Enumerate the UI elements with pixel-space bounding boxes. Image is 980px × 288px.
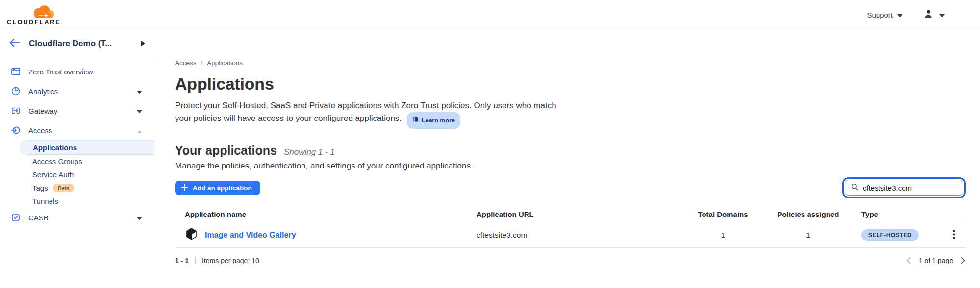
top-header: CLOUDFLARE Support xyxy=(0,0,980,30)
sidebar-item-access[interactable]: Access xyxy=(0,120,155,140)
sidebar: Cloudflare Demo (T... Zero Trust overvie… xyxy=(0,30,155,288)
list-controls: Add an application xyxy=(175,180,966,196)
login-arrow-icon xyxy=(11,125,21,135)
column-application-name: Application name xyxy=(175,210,462,218)
policies-assigned-cell: 1 xyxy=(773,231,843,240)
caret-up-icon xyxy=(137,126,142,135)
sidebar-subitem-label: Applications xyxy=(33,144,77,152)
sidebar-item-label: Access xyxy=(28,126,137,135)
total-domains-cell: 1 xyxy=(673,231,773,240)
user-icon xyxy=(923,9,933,21)
search-input[interactable] xyxy=(863,184,958,192)
add-application-label: Add an application xyxy=(193,184,252,192)
pie-chart-icon xyxy=(11,86,21,96)
sidebar-item-gateway[interactable]: Gateway xyxy=(0,101,155,120)
support-menu-button[interactable]: Support xyxy=(867,11,903,19)
sidebar-item-label: CASB xyxy=(28,214,137,222)
learn-more-link[interactable]: Learn more xyxy=(407,112,460,129)
sidebar-subitem-label: Service Auth xyxy=(32,170,74,179)
triangle-right-icon[interactable] xyxy=(141,39,145,48)
caret-down-icon xyxy=(137,87,142,96)
search-icon xyxy=(851,183,858,192)
plus-icon xyxy=(181,184,188,192)
sidebar-item-applications[interactable]: Applications xyxy=(20,140,155,155)
column-application-url: Application URL xyxy=(462,210,673,218)
account-name: Cloudflare Demo (T... xyxy=(29,39,141,48)
footer-divider xyxy=(195,256,196,265)
sidebar-item-tunnels[interactable]: Tunnels xyxy=(0,194,155,208)
main-content: Access / Applications Applications Prote… xyxy=(155,30,980,288)
sidebar-item-tags[interactable]: Tags Beta xyxy=(0,181,155,194)
gateway-icon xyxy=(11,106,21,116)
cloudflare-cloud-icon xyxy=(7,4,57,19)
section-header: Your applications Showing 1 - 1 xyxy=(175,144,966,158)
section-subtitle: Manage the policies, authentication, and… xyxy=(175,161,966,171)
caret-down-icon xyxy=(897,11,903,19)
breadcrumb-separator: / xyxy=(201,59,203,67)
sidebar-subitem-label: Tags xyxy=(32,184,48,192)
user-menu-button[interactable] xyxy=(923,9,945,21)
next-page-button[interactable] xyxy=(960,256,966,265)
access-subnav: Applications Access Groups Service Auth … xyxy=(0,140,155,208)
sidebar-nav: Zero Trust overview Analytics xyxy=(0,57,155,227)
sidebar-subitem-label: Access Groups xyxy=(32,157,82,166)
learn-more-label: Learn more xyxy=(422,114,455,127)
table-row: Image and Video Gallery cftestsite3.com … xyxy=(175,222,966,248)
section-title: Your applications xyxy=(175,144,277,158)
cube-icon xyxy=(185,227,198,243)
support-label: Support xyxy=(867,11,893,19)
sidebar-subitem-label: Tunnels xyxy=(32,197,58,205)
cloudflare-wordmark: CLOUDFLARE xyxy=(7,19,61,25)
column-policies-assigned: Policies assigned xyxy=(773,210,843,218)
sidebar-item-label: Analytics xyxy=(28,87,137,96)
sidebar-item-label: Gateway xyxy=(28,107,137,115)
table-header-row: Application name Application URL Total D… xyxy=(175,207,966,222)
caret-down-icon xyxy=(137,214,142,222)
column-type: Type xyxy=(843,210,941,218)
arrow-left-icon[interactable] xyxy=(9,38,20,49)
column-total-domains: Total Domains xyxy=(673,210,773,218)
page-title: Applications xyxy=(175,74,966,94)
page-description-text: Protect your Self-Hosted, SaaS and Priva… xyxy=(175,101,556,123)
table-footer: 1 - 1 Items per page: 10 1 of 1 page xyxy=(175,256,966,265)
caret-down-icon xyxy=(939,11,945,20)
type-badge: SELF-HOSTED xyxy=(861,229,919,241)
caret-down-icon xyxy=(137,107,142,115)
sidebar-item-casb[interactable]: CASB xyxy=(0,208,155,227)
page-description: Protect your Self-Hosted, SaaS and Priva… xyxy=(175,99,567,129)
row-menu-button[interactable] xyxy=(949,228,959,242)
account-switcher[interactable]: Cloudflare Demo (T... xyxy=(0,30,155,57)
sidebar-item-label: Zero Trust overview xyxy=(28,68,142,76)
sidebar-item-analytics[interactable]: Analytics xyxy=(0,81,155,101)
book-icon xyxy=(412,114,419,127)
application-name-link[interactable]: Image and Video Gallery xyxy=(205,231,296,240)
row-range: 1 - 1 xyxy=(175,257,189,264)
page-status: 1 of 1 page xyxy=(919,257,953,264)
checked-box-icon xyxy=(11,213,21,222)
add-application-button[interactable]: Add an application xyxy=(175,181,260,195)
application-url-cell: cftestsite3.com xyxy=(462,231,673,240)
sidebar-item-zero-trust-overview[interactable]: Zero Trust overview xyxy=(0,62,155,81)
showing-count: Showing 1 - 1 xyxy=(284,147,335,157)
breadcrumb-current: Applications xyxy=(207,59,243,67)
breadcrumb: Access / Applications xyxy=(175,59,966,67)
previous-page-button[interactable] xyxy=(905,256,912,265)
items-per-page: Items per page: 10 xyxy=(202,257,259,264)
cloudflare-logo[interactable]: CLOUDFLARE xyxy=(7,4,61,25)
sidebar-item-access-groups[interactable]: Access Groups xyxy=(0,155,155,168)
applications-table: Application name Application URL Total D… xyxy=(175,207,966,265)
breadcrumb-access[interactable]: Access xyxy=(175,59,197,67)
sidebar-item-service-auth[interactable]: Service Auth xyxy=(0,168,155,181)
search-box xyxy=(845,180,963,196)
beta-badge: Beta xyxy=(53,184,75,192)
browser-window-icon xyxy=(11,67,21,76)
